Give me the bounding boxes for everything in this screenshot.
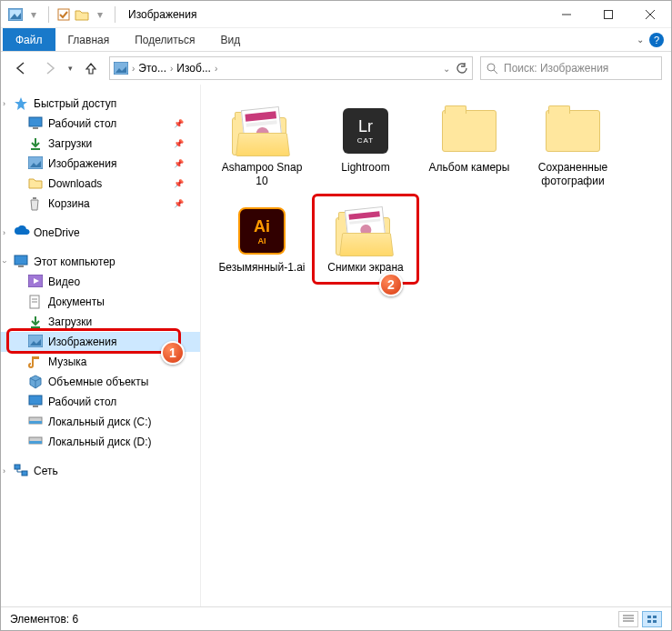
ribbon-expand-icon[interactable]: ⌄ — [637, 35, 644, 45]
ribbon-tabs: Файл Главная Поделиться Вид ⌄ ? — [1, 28, 671, 52]
nav-forward-button[interactable] — [39, 57, 61, 79]
svg-rect-20 — [18, 265, 24, 267]
item-count: Элементов: 6 — [10, 613, 78, 626]
close-button[interactable] — [629, 1, 671, 28]
breadcrumb-segment[interactable]: Изоб... — [176, 62, 211, 75]
nav-up-button[interactable] — [80, 57, 102, 79]
tab-share[interactable]: Поделиться — [122, 28, 207, 51]
search-icon — [486, 63, 498, 75]
svg-rect-34 — [29, 441, 42, 444]
pin-icon: 📌 — [174, 199, 184, 208]
save-icon[interactable]: ▾ — [26, 7, 41, 22]
items-view[interactable]: Ashampoo Snap 10 LrCAT Lightroom Альбом … — [201, 85, 671, 606]
address-row: ▾ › Это... › Изоб... › ⌄ Поиск: Изображе… — [1, 52, 671, 85]
pictures-icon — [8, 7, 23, 22]
titlebar: ▾ ▾ Изображения — [1, 1, 671, 28]
pin-icon: 📌 — [174, 179, 184, 188]
search-placeholder: Поиск: Изображения — [504, 62, 608, 75]
folder-item-screenshots[interactable]: Снимки экрана 2 — [316, 201, 416, 278]
svg-rect-30 — [33, 406, 38, 407]
svg-point-10 — [487, 64, 495, 71]
minimize-button[interactable] — [546, 1, 587, 28]
svg-rect-29 — [29, 396, 42, 405]
refresh-icon[interactable] — [456, 62, 468, 75]
sidebar-item-downloads[interactable]: Загрузки📌 — [1, 134, 200, 154]
folder-item[interactable]: Альбом камеры — [419, 101, 519, 192]
sidebar-item-drive-d[interactable]: Локальный диск (D:) — [1, 432, 200, 452]
sidebar-item-music[interactable]: Музыка — [1, 352, 200, 372]
sidebar-item-pictures[interactable]: Изображения — [1, 332, 200, 352]
cloud-icon — [14, 225, 28, 240]
pin-icon: 📌 — [174, 139, 184, 148]
svg-rect-32 — [29, 421, 42, 424]
sidebar-item-pictures-quick[interactable]: Изображения📌 — [1, 154, 200, 174]
nav-back-button[interactable] — [10, 57, 32, 79]
folder-item[interactable]: Ashampoo Snap 10 — [212, 101, 312, 192]
svg-rect-13 — [29, 117, 42, 126]
svg-rect-42 — [647, 620, 651, 623]
network-icon — [14, 464, 28, 478]
overflow-icon[interactable]: ▾ — [93, 7, 107, 22]
view-details-button[interactable] — [618, 611, 638, 627]
sidebar-item-downloads-pc[interactable]: Загрузки — [1, 312, 200, 332]
address-dropdown-icon[interactable]: ⌄ — [443, 64, 450, 74]
pc-icon — [14, 255, 28, 269]
file-item-ai[interactable]: AiAI Безымянный-1.ai — [212, 201, 312, 278]
sidebar-quick-access[interactable]: › Быстрый доступ — [1, 94, 200, 114]
svg-rect-14 — [33, 127, 38, 129]
tab-home[interactable]: Главная — [55, 28, 123, 51]
sidebar-item-3d[interactable]: Объемные объекты — [1, 372, 200, 392]
sidebar-item-recycle[interactable]: Корзина📌 — [1, 194, 200, 214]
sidebar-onedrive[interactable]: ›OneDrive — [1, 223, 200, 243]
sidebar-item-downloads-en[interactable]: Downloads📌 — [1, 174, 200, 194]
svg-rect-40 — [647, 616, 651, 618]
search-input[interactable]: Поиск: Изображения — [480, 56, 662, 80]
svg-marker-12 — [15, 97, 27, 110]
maximize-button[interactable] — [587, 1, 629, 28]
svg-rect-5 — [605, 10, 613, 18]
sidebar-item-documents[interactable]: Документы — [1, 292, 200, 312]
svg-rect-43 — [653, 620, 657, 623]
address-bar[interactable]: › Это... › Изоб... › ⌄ — [109, 56, 473, 80]
pin-icon: 📌 — [174, 119, 184, 128]
nav-recent-button[interactable]: ▾ — [68, 64, 73, 73]
svg-rect-19 — [15, 255, 27, 265]
sidebar-item-drive-c[interactable]: Локальный диск (C:) — [1, 412, 200, 432]
svg-rect-41 — [653, 616, 657, 618]
sidebar-this-pc[interactable]: ›Этот компьютер — [1, 252, 200, 272]
tab-file[interactable]: Файл — [3, 28, 55, 51]
sidebar-item-desktop-pc[interactable]: Рабочий стол — [1, 392, 200, 412]
breadcrumb-segment[interactable]: Это... — [138, 62, 166, 75]
folder-small-icon[interactable] — [75, 7, 89, 22]
star-icon — [14, 96, 28, 111]
annotation-marker-2: 2 — [379, 273, 403, 296]
folder-item[interactable]: Сохраненные фотографии — [523, 101, 623, 192]
checkbox-icon[interactable] — [56, 7, 71, 22]
svg-rect-35 — [15, 465, 20, 469]
help-icon[interactable]: ? — [649, 33, 664, 47]
svg-line-11 — [494, 70, 497, 74]
sidebar-item-desktop[interactable]: Рабочий стол📌 — [1, 114, 200, 134]
folder-item[interactable]: LrCAT Lightroom — [316, 101, 416, 192]
tab-view[interactable]: Вид — [207, 28, 253, 51]
svg-rect-3 — [58, 9, 69, 20]
sidebar-network[interactable]: ›Сеть — [1, 461, 200, 481]
status-bar: Элементов: 6 — [1, 606, 671, 630]
window-title: Изображения — [128, 8, 196, 21]
pin-icon: 📌 — [174, 159, 184, 168]
svg-rect-18 — [33, 197, 36, 199]
sidebar-item-videos[interactable]: Видео — [1, 272, 200, 292]
navigation-pane: › Быстрый доступ Рабочий стол📌 Загрузки📌… — [1, 85, 201, 606]
view-icons-button[interactable] — [642, 611, 662, 627]
